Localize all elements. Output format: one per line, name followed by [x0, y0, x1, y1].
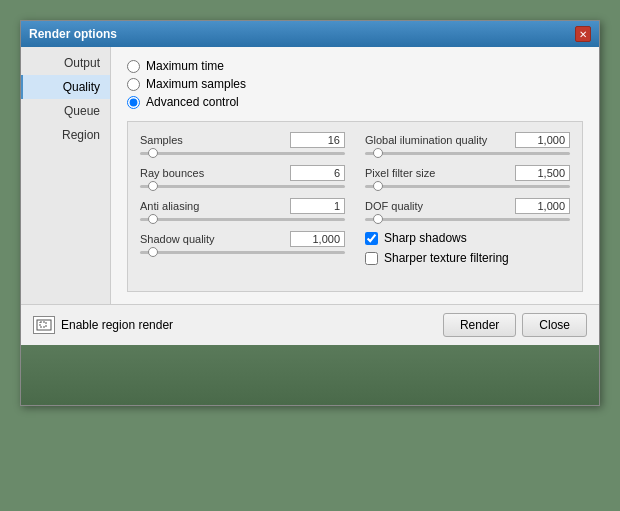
- shadow-quality-slider[interactable]: [140, 251, 345, 254]
- dof-quality-setting: DOF quality: [355, 198, 570, 221]
- render-options-dialog: Render options ✕ Output Quality Queue Re…: [20, 20, 600, 406]
- quality-content: Maximum time Maximum samples Advanced co…: [111, 47, 599, 304]
- svg-rect-1: [40, 322, 46, 327]
- ray-bounces-value[interactable]: [290, 165, 345, 181]
- ray-bounces-slider[interactable]: [140, 185, 345, 188]
- settings-row-1: Samples Global ilumination quality: [140, 132, 570, 155]
- checkboxes-area: Sharp shadows Sharper texture filtering: [355, 231, 570, 271]
- dof-quality-value[interactable]: [515, 198, 570, 214]
- sharp-shadows-label: Sharp shadows: [384, 231, 467, 245]
- dialog-body: Output Quality Queue Region Maximum time…: [21, 47, 599, 304]
- radio-advanced-row: Advanced control: [127, 95, 583, 109]
- settings-row-3: Anti aliasing DOF quality: [140, 198, 570, 221]
- pixel-filter-slider[interactable]: [365, 185, 570, 188]
- radio-advanced-label: Advanced control: [146, 95, 239, 109]
- radio-max-time[interactable]: [127, 60, 140, 73]
- title-bar: Render options ✕: [21, 21, 599, 47]
- sidebar-item-quality[interactable]: Quality: [21, 75, 110, 99]
- radio-advanced[interactable]: [127, 96, 140, 109]
- bottom-buttons: Render Close: [443, 313, 587, 337]
- radio-max-samples-row: Maximum samples: [127, 77, 583, 91]
- dof-quality-label: DOF quality: [365, 200, 423, 212]
- global-illumination-thumb: [373, 148, 383, 158]
- ray-bounces-setting: Ray bounces: [140, 165, 355, 188]
- global-illumination-slider[interactable]: [365, 152, 570, 155]
- radio-max-samples-label: Maximum samples: [146, 77, 246, 91]
- sharp-shadows-row: Sharp shadows: [365, 231, 570, 245]
- sharper-texture-row: Sharper texture filtering: [365, 251, 570, 265]
- samples-value[interactable]: [290, 132, 345, 148]
- region-render-label: Enable region render: [61, 318, 173, 332]
- shadow-quality-setting: Shadow quality: [140, 231, 355, 271]
- pixel-filter-thumb: [373, 181, 383, 191]
- anti-aliasing-slider[interactable]: [140, 218, 345, 221]
- pixel-filter-label: Pixel filter size: [365, 167, 435, 179]
- shadow-quality-label: Shadow quality: [140, 233, 215, 245]
- sidebar-item-output[interactable]: Output: [21, 51, 110, 75]
- anti-aliasing-label: Anti aliasing: [140, 200, 199, 212]
- ray-bounces-label: Ray bounces: [140, 167, 204, 179]
- global-illumination-value[interactable]: [515, 132, 570, 148]
- radio-max-time-label: Maximum time: [146, 59, 224, 73]
- close-icon[interactable]: ✕: [575, 26, 591, 42]
- region-render-icon: [33, 316, 55, 334]
- samples-setting: Samples: [140, 132, 355, 155]
- anti-aliasing-thumb: [148, 214, 158, 224]
- shadow-quality-thumb: [148, 247, 158, 257]
- bottom-bar: Enable region render Render Close: [21, 304, 599, 345]
- shadow-quality-value[interactable]: [290, 231, 345, 247]
- radio-max-time-row: Maximum time: [127, 59, 583, 73]
- dof-quality-slider[interactable]: [365, 218, 570, 221]
- settings-row-4: Shadow quality Sharp shadows: [140, 231, 570, 271]
- samples-thumb: [148, 148, 158, 158]
- samples-slider[interactable]: [140, 152, 345, 155]
- settings-row-2: Ray bounces Pixel filter size: [140, 165, 570, 188]
- close-button[interactable]: Close: [522, 313, 587, 337]
- global-illumination-label: Global ilumination quality: [365, 134, 487, 146]
- pixel-filter-setting: Pixel filter size: [355, 165, 570, 188]
- pixel-filter-value[interactable]: [515, 165, 570, 181]
- sharper-texture-label: Sharper texture filtering: [384, 251, 509, 265]
- global-illumination-setting: Global ilumination quality: [355, 132, 570, 155]
- render-mode-group: Maximum time Maximum samples Advanced co…: [127, 59, 583, 109]
- radio-max-samples[interactable]: [127, 78, 140, 91]
- sidebar: Output Quality Queue Region: [21, 47, 111, 304]
- dof-quality-thumb: [373, 214, 383, 224]
- settings-grid: Samples Global ilumination quality: [127, 121, 583, 292]
- anti-aliasing-value[interactable]: [290, 198, 345, 214]
- dialog-title: Render options: [29, 27, 117, 41]
- ray-bounces-thumb: [148, 181, 158, 191]
- sidebar-item-queue[interactable]: Queue: [21, 99, 110, 123]
- anti-aliasing-setting: Anti aliasing: [140, 198, 355, 221]
- sharp-shadows-checkbox[interactable]: [365, 232, 378, 245]
- sidebar-item-region[interactable]: Region: [21, 123, 110, 147]
- samples-label: Samples: [140, 134, 183, 146]
- sharper-texture-checkbox[interactable]: [365, 252, 378, 265]
- render-button[interactable]: Render: [443, 313, 516, 337]
- background-image-area: [21, 345, 599, 405]
- region-render-area: Enable region render: [33, 316, 173, 334]
